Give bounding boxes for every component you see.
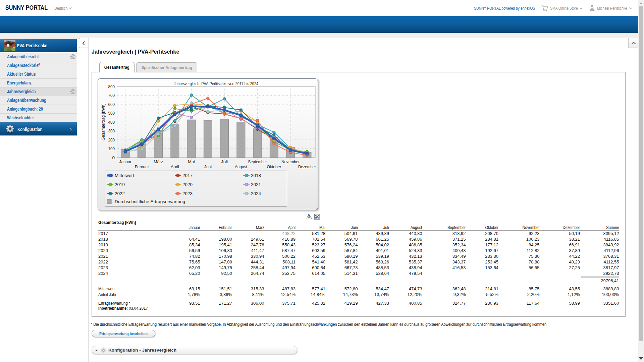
svg-text:2021: 2021 (251, 182, 261, 187)
svg-text:2024: 2024 (251, 191, 261, 196)
svg-text:Durchschnittliche Ertragserwar: Durchschnittliche Ertragserwartung (115, 199, 185, 204)
svg-text:500: 500 (108, 111, 115, 116)
svg-text:April: April (171, 164, 179, 169)
svg-text:Januar: Januar (119, 159, 131, 164)
svg-text:2022: 2022 (115, 191, 125, 196)
svg-text:Februar: Februar (135, 164, 149, 169)
svg-text:200: 200 (108, 137, 115, 142)
svg-text:Juli: Juli (221, 159, 228, 164)
svg-text:Dezember: Dezember (298, 164, 316, 169)
svg-text:0: 0 (112, 155, 115, 160)
svg-text:300: 300 (108, 128, 115, 133)
svg-text:Jahresvergleich: PVA-Perlitsch: Jahresvergleich: PVA-Perlitschke von 201… (174, 81, 258, 86)
svg-text:Mai: Mai (188, 159, 195, 164)
svg-text:Mittelwert: Mittelwert (115, 173, 134, 178)
svg-text:August: August (235, 164, 247, 169)
svg-text:800: 800 (108, 84, 115, 89)
svg-text:Oktober: Oktober (267, 164, 281, 169)
svg-text:2019: 2019 (115, 182, 125, 187)
svg-text:2018: 2018 (251, 173, 261, 178)
svg-text:100: 100 (108, 146, 115, 151)
svg-text:November: November (281, 159, 300, 164)
svg-text:2023: 2023 (182, 191, 193, 196)
svg-text:600: 600 (108, 102, 115, 107)
svg-text:700: 700 (108, 93, 115, 98)
svg-text:400: 400 (108, 120, 115, 125)
svg-text:Gesamtertrag [kWh]: Gesamtertrag [kWh] (101, 104, 106, 140)
svg-text:September: September (248, 159, 267, 164)
svg-text:2020: 2020 (182, 182, 193, 187)
svg-text:2017: 2017 (182, 173, 193, 178)
svg-text:Juni: Juni (204, 164, 212, 169)
svg-text:März: März (154, 159, 163, 164)
